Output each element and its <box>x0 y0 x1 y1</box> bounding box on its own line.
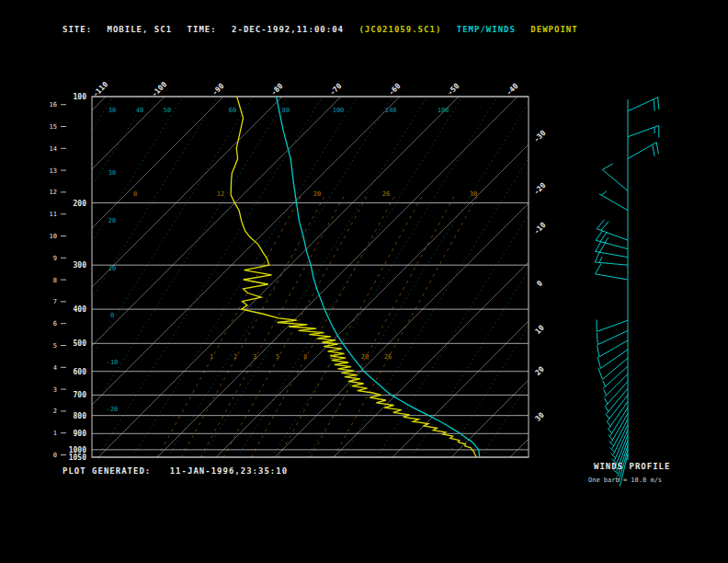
svg-text:900: 900 <box>74 430 87 438</box>
pressure-axis-labels: 10020030040050060070080090010001050 <box>69 93 86 462</box>
svg-text:9: 9 <box>53 255 57 262</box>
svg-text:14: 14 <box>50 145 57 153</box>
svg-text:0: 0 <box>535 279 544 288</box>
svg-text:30: 30 <box>108 169 116 177</box>
svg-text:100: 100 <box>74 93 87 101</box>
svg-text:20: 20 <box>313 190 321 198</box>
dewpoint-trace <box>231 97 476 457</box>
svg-text:7: 7 <box>53 298 57 305</box>
svg-text:6: 6 <box>53 320 57 327</box>
svg-text:26: 26 <box>382 190 390 198</box>
svg-text:8: 8 <box>53 277 57 284</box>
svg-text:15: 15 <box>50 123 57 131</box>
svg-text:20: 20 <box>534 365 546 377</box>
svg-text:30: 30 <box>108 107 116 114</box>
svg-text:1: 1 <box>53 430 57 437</box>
skewt-app-window: SITE: MOBILE, SC1 TIME: 2-DEC-1992,11:00… <box>0 0 728 563</box>
winds-scale-note: One barb = 10.0 m/s <box>588 477 662 484</box>
svg-text:500: 500 <box>74 339 87 348</box>
svg-text:-90: -90 <box>210 82 226 98</box>
svg-text:10: 10 <box>108 265 116 272</box>
plot-generated-value: 11-JAN-1996,23:35:10 <box>170 466 288 476</box>
svg-text:-60: -60 <box>387 82 403 98</box>
svg-text:12: 12 <box>50 189 57 196</box>
top-temp-labels: -110-100-90-80-70-60-50-40 <box>91 80 519 98</box>
mixing-ratio-labels: 81220263012358122026 <box>133 190 477 361</box>
svg-text:300: 300 <box>74 261 87 270</box>
svg-text:700: 700 <box>74 391 87 399</box>
winds-profile-title: WINDS PROFILE <box>594 462 670 471</box>
svg-text:2: 2 <box>53 408 57 415</box>
svg-text:5: 5 <box>53 342 57 350</box>
svg-text:0: 0 <box>110 312 114 319</box>
svg-text:10: 10 <box>50 233 57 240</box>
theta-labels: 30405060801001401803020100-10-20 <box>107 107 449 413</box>
svg-text:-20: -20 <box>532 181 548 197</box>
svg-text:13: 13 <box>50 167 57 175</box>
pressure-gridlines <box>92 97 529 457</box>
svg-text:60: 60 <box>229 107 236 114</box>
svg-text:-20: -20 <box>107 406 119 413</box>
svg-text:11: 11 <box>50 211 57 218</box>
svg-text:1050: 1050 <box>69 454 86 462</box>
svg-text:50: 50 <box>164 107 171 114</box>
svg-text:-50: -50 <box>446 82 461 98</box>
svg-text:3: 3 <box>253 353 256 361</box>
svg-text:8: 8 <box>133 190 137 198</box>
svg-text:80: 80 <box>282 107 290 114</box>
svg-text:-40: -40 <box>505 82 520 98</box>
svg-text:140: 140 <box>385 107 397 114</box>
wind-barbs <box>595 98 659 487</box>
dry-adiabats <box>0 97 728 457</box>
svg-text:200: 200 <box>74 200 87 208</box>
plot-generated-label: PLOT GENERATED: <box>63 466 151 476</box>
svg-text:30: 30 <box>534 411 546 423</box>
svg-text:-110: -110 <box>91 80 109 98</box>
svg-text:5: 5 <box>276 353 279 361</box>
footer-bar: PLOT GENERATED: 11-JAN-1996,23:35:10 <box>63 466 301 476</box>
svg-text:1: 1 <box>210 353 213 361</box>
svg-text:3: 3 <box>53 386 57 394</box>
svg-text:-10: -10 <box>107 359 119 366</box>
svg-text:0: 0 <box>53 452 57 459</box>
svg-text:2: 2 <box>233 353 237 361</box>
svg-text:180: 180 <box>438 107 449 114</box>
svg-text:20: 20 <box>361 353 369 361</box>
svg-text:800: 800 <box>74 412 87 420</box>
svg-text:40: 40 <box>136 107 143 114</box>
svg-text:-100: -100 <box>150 80 168 98</box>
svg-text:12: 12 <box>217 190 224 198</box>
svg-text:16: 16 <box>50 101 57 109</box>
svg-text:400: 400 <box>74 305 87 314</box>
svg-text:-80: -80 <box>269 82 285 98</box>
mixing-ratio-lines <box>157 196 477 457</box>
svg-text:20: 20 <box>108 217 116 224</box>
right-temp-labels: -30-20-100102030 <box>532 129 548 423</box>
svg-text:10: 10 <box>534 324 546 336</box>
svg-text:26: 26 <box>384 353 392 361</box>
svg-text:4: 4 <box>53 364 57 372</box>
svg-text:-10: -10 <box>532 221 548 236</box>
height-axis-labels: 012345678910111213141516 <box>50 101 66 459</box>
svg-text:-70: -70 <box>328 82 344 98</box>
svg-text:100: 100 <box>333 107 345 114</box>
svg-text:600: 600 <box>74 368 87 376</box>
svg-text:-30: -30 <box>532 129 548 144</box>
isotherm-grid <box>0 97 728 457</box>
svg-text:8: 8 <box>303 353 307 361</box>
svg-text:30: 30 <box>470 190 477 198</box>
